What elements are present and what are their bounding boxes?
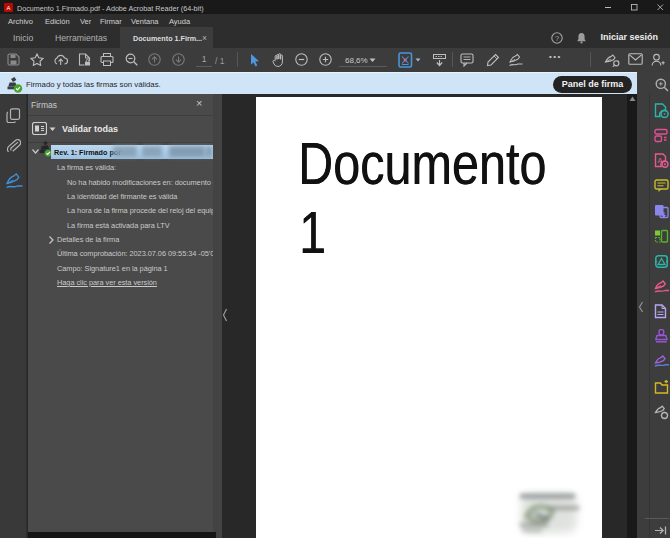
svg-text:A: A [6, 5, 10, 11]
svg-text:?: ? [555, 33, 559, 42]
